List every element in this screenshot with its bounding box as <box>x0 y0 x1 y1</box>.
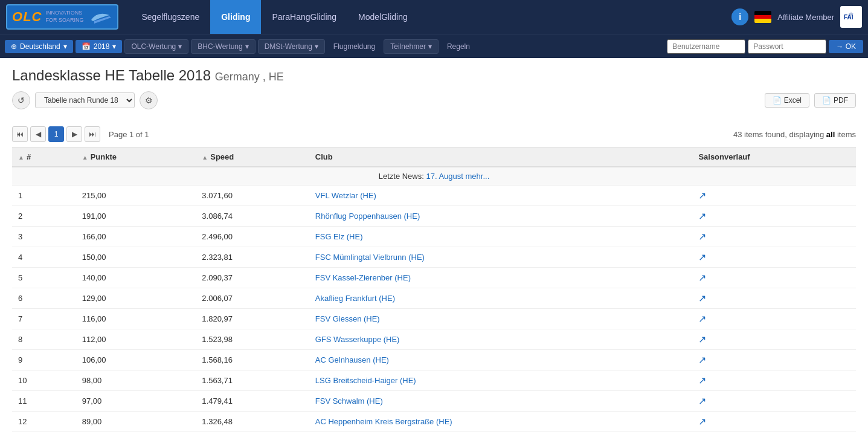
excel-button[interactable]: 📄 Excel <box>765 93 809 108</box>
cell-club[interactable]: FSC Mümlingtal Vielbrunn (HE) <box>309 247 693 268</box>
cell-saisonverlauf[interactable]: ↗ <box>692 412 856 432</box>
nav-right: i Affiliate Member FAI <box>731 6 862 28</box>
refresh-button[interactable]: ↺ <box>12 91 30 109</box>
news-link[interactable]: 17. August mehr... <box>426 172 489 181</box>
cell-rank: 12 <box>12 412 76 432</box>
col-club: Club <box>309 147 693 167</box>
cell-club[interactable]: LSG Breitscheid-Haiger (HE) <box>309 370 693 391</box>
chart-icon[interactable]: ↗ <box>698 293 706 303</box>
pdf-button[interactable]: 📄 PDF <box>814 93 856 108</box>
chart-icon[interactable]: ↗ <box>698 375 706 386</box>
cell-saisonverlauf[interactable]: ↗ <box>692 391 856 412</box>
cell-club[interactable]: AC Gelnhausen (HE) <box>309 350 693 370</box>
club-link[interactable]: Rhönflug Poppenhausen (HE) <box>315 212 420 221</box>
next-page-btn[interactable]: ▶ <box>66 126 82 142</box>
chart-icon[interactable]: ↗ <box>698 231 706 242</box>
cell-club[interactable]: AC Heppenheim Kreis Bergstraße (HE) <box>309 412 693 432</box>
info-button[interactable]: i <box>731 8 748 25</box>
nav-modelgliding[interactable]: ModelGliding <box>347 0 419 34</box>
year-btn[interactable]: 📅 2018 ▾ <box>76 40 123 53</box>
nav-gliding[interactable]: Gliding <box>210 0 261 34</box>
cell-saisonverlauf[interactable]: ↗ <box>692 370 856 391</box>
globe-icon: ⊕ <box>11 42 17 51</box>
logo-area[interactable]: OLC INNOVATIONSFOR SOARING <box>6 4 118 30</box>
chart-icon[interactable]: ↗ <box>698 211 706 221</box>
cell-speed: 1.568,16 <box>196 350 309 370</box>
col-punkte[interactable]: ▲Punkte <box>76 147 196 167</box>
nav-segelflugszene[interactable]: Segelflugszene <box>130 0 210 34</box>
dropdown-arrow-icon: ▾ <box>63 42 67 51</box>
olc-wertung-dropdown[interactable]: OLC-Wertung ▾ <box>124 39 188 54</box>
teilnehmer-dropdown[interactable]: Teilnehmer ▾ <box>384 39 439 54</box>
cell-saisonverlauf[interactable]: ↗ <box>692 268 856 288</box>
club-link[interactable]: GFS Wasserkuppe (HE) <box>315 335 400 344</box>
cell-rank: 9 <box>12 350 76 370</box>
cell-club[interactable]: Akaflieg Frankfurt (HE) <box>309 288 693 309</box>
chart-icon[interactable]: ↗ <box>698 252 706 262</box>
cell-saisonverlauf[interactable]: ↗ <box>692 329 856 350</box>
club-link[interactable]: LSG Breitscheid-Haiger (HE) <box>315 376 416 385</box>
bhc-wertung-dropdown[interactable]: BHC-Wertung ▾ <box>191 39 255 54</box>
affiliate-member-label[interactable]: Affiliate Member <box>777 13 834 22</box>
cell-speed: 1.563,71 <box>196 370 309 391</box>
first-page-btn[interactable]: ⏮ <box>12 126 28 142</box>
logo-olc-text: OLC <box>12 9 42 25</box>
cell-club[interactable]: GFS Wasserkuppe (HE) <box>309 329 693 350</box>
club-link[interactable]: FSV Giessen (HE) <box>315 314 380 323</box>
club-link[interactable]: AC Heppenheim Kreis Bergstraße (HE) <box>315 417 452 426</box>
cell-saisonverlauf[interactable]: ↗ <box>692 309 856 329</box>
cell-club[interactable]: VFL Wetzlar (HE) <box>309 186 693 206</box>
cell-club[interactable]: FSG Elz (HE) <box>309 227 693 247</box>
cell-rank: 4 <box>12 247 76 268</box>
table-row: 10 98,00 1.563,71 LSG Breitscheid-Haiger… <box>12 370 856 391</box>
cell-speed: 1.523,98 <box>196 329 309 350</box>
cell-club[interactable]: Rhönflug Poppenhausen (HE) <box>309 206 693 227</box>
chart-icon[interactable]: ↗ <box>698 334 706 344</box>
deutschland-btn[interactable]: ⊕ Deutschland ▾ <box>5 40 73 53</box>
page-1-btn[interactable]: 1 <box>48 126 64 142</box>
chart-icon[interactable]: ↗ <box>698 396 706 406</box>
username-input[interactable] <box>667 39 745 54</box>
nav-parahanggliding[interactable]: ParaHangGliding <box>261 0 347 34</box>
cell-saisonverlauf[interactable]: ↗ <box>692 206 856 227</box>
club-link[interactable]: FSC Mümlingtal Vielbrunn (HE) <box>315 253 425 262</box>
chart-icon[interactable]: ↗ <box>698 416 706 427</box>
chart-icon[interactable]: ↗ <box>698 314 706 324</box>
table-body: Letzte News: 17. August mehr... 1 215,00… <box>12 167 856 432</box>
fai-logo[interactable]: FAI <box>840 6 862 28</box>
cell-punkte: 166,00 <box>76 227 196 247</box>
flag-germany[interactable] <box>754 11 771 23</box>
ok-button[interactable]: → OK <box>829 40 863 53</box>
chart-icon[interactable]: ↗ <box>698 273 706 283</box>
club-link[interactable]: FSV Schwalm (HE) <box>315 396 383 406</box>
club-link[interactable]: FSG Elz (HE) <box>315 232 363 241</box>
password-input[interactable] <box>748 39 826 54</box>
logo-box: OLC INNOVATIONSFOR SOARING <box>6 4 118 30</box>
cell-saisonverlauf[interactable]: ↗ <box>692 288 856 309</box>
flugmeldung-link[interactable]: Flugmeldung <box>327 40 381 53</box>
regeln-link[interactable]: Regeln <box>441 40 476 53</box>
club-link[interactable]: AC Gelnhausen (HE) <box>315 355 389 364</box>
settings-button[interactable]: ⚙ <box>140 91 158 109</box>
cell-saisonverlauf[interactable]: ↗ <box>692 247 856 268</box>
cell-saisonverlauf[interactable]: ↗ <box>692 186 856 206</box>
chart-icon[interactable]: ↗ <box>698 190 706 201</box>
club-link[interactable]: VFL Wetzlar (HE) <box>315 191 376 200</box>
chart-icon[interactable]: ↗ <box>698 355 706 365</box>
cell-club[interactable]: FSV Kassel-Zierenber (HE) <box>309 268 693 288</box>
page-info-text: Page 1 of 1 <box>109 130 149 139</box>
prev-page-btn[interactable]: ◀ <box>30 126 46 142</box>
round-select[interactable]: Tabelle nach Runde 18 <box>35 92 135 108</box>
cell-punkte: 98,00 <box>76 370 196 391</box>
col-speed[interactable]: ▲Speed <box>196 147 309 167</box>
club-link[interactable]: Akaflieg Frankfurt (HE) <box>315 294 395 303</box>
cell-saisonverlauf[interactable]: ↗ <box>692 227 856 247</box>
cell-club[interactable]: FSV Schwalm (HE) <box>309 391 693 412</box>
last-page-btn[interactable]: ⏭ <box>85 126 100 142</box>
col-rank[interactable]: ▲# <box>12 147 76 167</box>
club-link[interactable]: FSV Kassel-Zierenber (HE) <box>315 273 411 282</box>
cell-saisonverlauf[interactable]: ↗ <box>692 350 856 370</box>
dmst-wertung-dropdown[interactable]: DMSt-Wertung ▾ <box>258 39 325 54</box>
nav-links: Segelflugszene Gliding ParaHangGliding M… <box>130 0 731 34</box>
cell-club[interactable]: FSV Giessen (HE) <box>309 309 693 329</box>
